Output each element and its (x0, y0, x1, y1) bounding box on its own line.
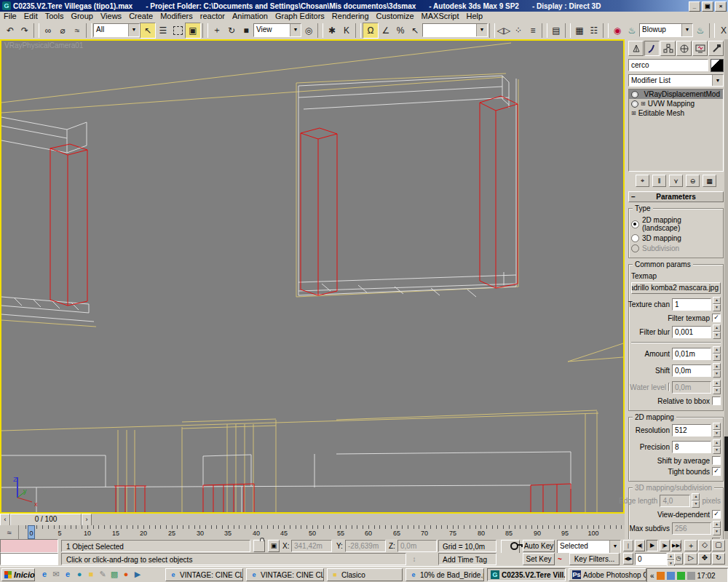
taskbar-item-clasico[interactable]: ■ Clasico (327, 568, 403, 581)
modifier-on-bulb-icon[interactable] (631, 100, 638, 108)
percent-snap-icon[interactable]: % (393, 23, 408, 38)
chevron-down-icon[interactable]: ▼ (128, 24, 139, 36)
key-curve-icon[interactable]: ~ (558, 553, 568, 565)
modifier-on-bulb-icon[interactable] (631, 91, 638, 98)
go-to-start-button[interactable]: |◀◀ (623, 540, 633, 551)
zoom-viewport-icon[interactable]: ＋ (684, 540, 697, 551)
select-manipulate-icon[interactable]: ✱ (325, 23, 339, 38)
stack-item-editable-mesh[interactable]: ⊞ Editable Mesh (629, 108, 723, 118)
spinner[interactable]: ▲▼ (713, 297, 721, 311)
expand-icon[interactable]: ⊞ (641, 100, 646, 107)
object-name-field[interactable]: cerco (628, 59, 708, 71)
quick-render-icon[interactable]: ♨ (693, 23, 708, 38)
current-frame-field[interactable]: 0 (635, 553, 667, 565)
close-button[interactable]: × (715, 1, 727, 12)
pin-stack-icon[interactable]: ⌖ (636, 175, 649, 187)
zoom-extents-icon[interactable]: ◇ (698, 540, 711, 551)
spinner[interactable]: ▲▼ (713, 521, 721, 535)
arc-rotate-icon[interactable]: ↻ (712, 553, 725, 565)
axis-x-button[interactable]: X (716, 23, 728, 38)
spinner[interactable]: ▲▼ (713, 423, 721, 437)
select-move-icon[interactable]: ＋ (210, 23, 224, 38)
menu-customize[interactable]: Customize (373, 12, 418, 21)
chevron-down-icon[interactable]: ▼ (476, 24, 487, 36)
motion-tab-icon[interactable] (676, 41, 692, 56)
chevron-down-icon[interactable]: ▼ (712, 75, 723, 86)
select-scale-icon[interactable]: ■ (239, 23, 253, 38)
taskbar-item-3dsmax-active[interactable]: G C0235.V2.Tere Vill... (487, 568, 566, 581)
chevron-down-icon[interactable]: ▼ (681, 24, 692, 36)
ie-quicklaunch-icon[interactable]: e (63, 569, 73, 580)
material-editor-icon[interactable]: ◉ (610, 23, 625, 38)
modifier-list-dropdown[interactable]: Modifier List ▼ (628, 74, 724, 87)
absolute-offset-toggle[interactable]: ▣ (268, 540, 280, 552)
ie-quicklaunch-icon[interactable]: e (39, 569, 50, 580)
tray-chevron[interactable]: « (650, 572, 654, 580)
folder-quicklaunch-icon[interactable]: ■ (86, 569, 96, 580)
play-animation-button[interactable]: ▶ (646, 540, 658, 551)
mirror-icon[interactable]: ◁▷ (496, 23, 511, 38)
spinner[interactable]: ▲▼ (713, 346, 721, 361)
undo-icon[interactable]: ↶ (3, 23, 17, 38)
schematic-view-icon[interactable]: ☷ (587, 23, 601, 38)
pan-hand-icon[interactable]: ✥ (698, 553, 711, 565)
precision-field[interactable]: 8 (672, 441, 711, 453)
modify-tab-icon[interactable] (644, 41, 660, 56)
pencil-quicklaunch-icon[interactable]: ✎ (98, 569, 108, 580)
fov-icon[interactable]: ▷ (684, 553, 697, 565)
angle-snap-icon[interactable]: ∠ (379, 23, 393, 38)
opera-quicklaunch-icon[interactable]: ● (121, 569, 131, 580)
restore-button[interactable]: ▣ (702, 1, 713, 12)
image-quicklaunch-icon[interactable]: ▩ (109, 569, 119, 580)
camera-viewport[interactable]: Z y x VRayPhysicalCamera01 (0, 39, 625, 514)
start-button[interactable]: Inicio (1, 568, 35, 581)
configure-modifier-sets-icon[interactable]: ▦ (703, 175, 716, 187)
y-coordinate-field[interactable]: -28,639m (345, 540, 386, 552)
taskbar-item-vintage-2[interactable]: e VINTAGE: CINE CLA... (246, 568, 324, 581)
radio-3d-mapping[interactable] (631, 234, 639, 242)
selection-lock-button[interactable] (253, 540, 265, 552)
go-to-end-button[interactable]: ▶▶| (671, 540, 681, 551)
render-scene-icon[interactable]: ♨ (625, 23, 639, 38)
add-time-tag[interactable]: Add Time Tag (438, 553, 496, 565)
tray-icon-1[interactable] (657, 572, 665, 580)
relative-bbox-checkbox[interactable] (712, 396, 721, 405)
zoom-region-icon[interactable]: ▢ (712, 540, 725, 551)
array-icon[interactable]: ⁘ (511, 23, 526, 38)
previous-frame-button[interactable]: ◀| (635, 540, 645, 551)
media-player-quicklaunch-icon[interactable]: ▶ (132, 569, 143, 580)
view-dependent-checkbox[interactable]: ✓ (712, 510, 721, 519)
redo-icon[interactable]: ↷ (17, 23, 32, 38)
taskbar-item-download[interactable]: e 10% de Bad_Bride.p... (405, 568, 484, 581)
viewport-label[interactable]: VRayPhysicalCamera01 (4, 41, 83, 49)
menu-create[interactable]: Create (125, 12, 157, 21)
menu-graph-editors[interactable]: Graph Editors (272, 12, 328, 21)
menu-views[interactable]: Views (97, 12, 125, 21)
edit-named-selections-icon[interactable]: ↖ (408, 23, 422, 38)
menu-animation[interactable]: Animation (229, 12, 272, 21)
tray-icon-2[interactable] (667, 572, 675, 580)
show-end-result-icon[interactable]: ‖ (652, 175, 666, 187)
filter-texmap-checkbox[interactable]: ✓ (712, 314, 721, 322)
window-crossing-icon[interactable]: ▣ (185, 23, 201, 39)
track-bar[interactable]: ≈ 0 5 10 15 20 25 30 35 40 45 50 55 60 6… (0, 525, 625, 540)
time-configuration-icon[interactable]: ◷ (674, 553, 683, 565)
menu-help[interactable]: Help (463, 12, 487, 21)
filter-blur-field[interactable]: 0,001 (672, 326, 711, 338)
hierarchy-tab-icon[interactable] (660, 41, 676, 56)
display-tab-icon[interactable] (692, 41, 708, 56)
menu-maxscript[interactable]: MAXScript (418, 12, 463, 21)
tray-icon-3[interactable] (677, 572, 685, 580)
set-key-button[interactable]: Set Key (523, 553, 555, 565)
remove-modifier-icon[interactable]: ⊖ (686, 175, 700, 187)
taskbar-item-vintage-1[interactable]: e VINTAGE: CINE CLA... (165, 568, 243, 581)
stack-item-vraydisplacementmod[interactable]: VRayDisplacementMod (629, 89, 723, 99)
menu-tools[interactable]: Tools (41, 12, 68, 21)
menu-modifiers[interactable]: Modifiers (157, 12, 197, 21)
minimize-button[interactable]: _ (689, 1, 700, 12)
use-pivot-center-icon[interactable]: ◎ (301, 23, 316, 38)
chevron-down-icon[interactable]: ▼ (290, 24, 301, 36)
bind-to-spacewarp-icon[interactable]: ≈ (70, 23, 84, 38)
selection-filter-dropdown[interactable]: All ▼ (93, 23, 140, 37)
taskbar-item-photoshop[interactable]: Ps Adobe Photoshop CS3 (569, 568, 646, 581)
